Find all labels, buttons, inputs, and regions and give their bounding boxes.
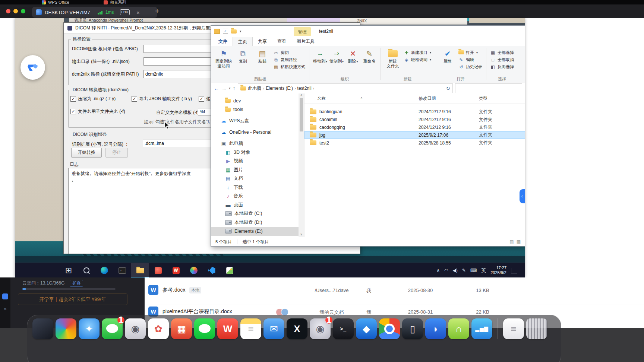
scroll-down-icon[interactable]: ∨ [300,233,303,236]
tab-file[interactable]: 文件 [213,37,233,46]
edit-button[interactable]: ✎ 编辑 [457,56,483,63]
move-to-button[interactable]: → 移动到▾ [312,48,328,64]
dock-wechat[interactable] [194,318,215,339]
wps-rail-app-icon[interactable] [2,293,8,299]
nav-scrollbar[interactable]: ∧ ∨ [299,93,304,237]
sidebar-item-pictures[interactable]: ▦图片 [211,166,304,175]
breadcrumb-item[interactable]: 此电脑 [247,85,263,92]
taskbar-file-explorer-button[interactable] [131,263,149,277]
dock-todesk[interactable]: ◗ [425,318,446,339]
todesk-floating-logo[interactable] [20,55,45,80]
breadcrumb-item[interactable]: test2nii [296,86,313,91]
new-folder-button[interactable]: 新建 文件夹 [383,48,402,68]
remote-session-tab[interactable]: DESKTOP-VEH7IM7 1ms FHD × [32,7,157,18]
dock-safari[interactable]: ✦ [79,318,100,339]
file-row-banlingjuan[interactable]: banlingjuan2024/12/12 9:16文件夹 [304,108,525,116]
dock-notes[interactable]: ≡ [240,318,261,339]
network-icon[interactable]: ◠ [444,268,448,273]
file-row-test2[interactable]: test22025/8/28 18:55文件夹 [304,139,525,147]
sidebar-item-dev[interactable]: dev [211,96,304,105]
dock-iphone[interactable]: ▯ [402,318,423,339]
dock-terminal[interactable]: >_ [333,318,354,339]
open-button[interactable]: 打开 ▾ [457,49,483,56]
column-type[interactable]: 类型 [479,96,525,101]
sidebar-item-music[interactable]: ♪音乐 [211,192,304,201]
copy-button[interactable]: ⧉ 复制 [233,48,253,64]
sidebar-item-downloads[interactable]: ↓下载 [211,183,304,192]
stop-button[interactable]: 停止 [105,148,128,158]
qat-properties-icon[interactable]: ✓ [223,29,228,34]
search-input[interactable] [455,83,522,93]
paste-button[interactable]: ▤ 粘贴 [253,48,272,64]
cut-button[interactable]: ✂ 剪切 [272,49,306,56]
dock-messages[interactable]: 1 [102,318,123,339]
close-tab-icon[interactable]: × [136,9,140,16]
pin-quick-access-button[interactable]: ⚑ 固定到快 速访问 [214,48,233,68]
tab-picture-tools[interactable]: 图片工具 [291,37,320,46]
taskbar-clock[interactable]: 17:27 2025/9/2 [490,266,506,275]
start-convert-button[interactable]: 开始转换 [71,148,102,158]
breadcrumb-item[interactable]: Elements (E:) [264,86,294,91]
file-row-caoaimin[interactable]: caoaimin2024/12/12 9:16文件夹 [304,116,525,124]
select-none-button[interactable]: □ 全部取消 [489,56,515,63]
sidebar-item-disk-c[interactable]: 本地磁盘 (C:) [211,209,304,218]
sidebar-item-documents[interactable]: ▤文档 [211,174,304,183]
taskbar-remote-app-button[interactable] [149,263,167,277]
qat-customize-chevron-icon[interactable]: ▾ [240,29,242,33]
copy-to-button[interactable]: ⇒ 复制到▾ [328,48,345,64]
sidebar-item-desktop[interactable]: ▬桌面 [211,201,304,210]
back-button[interactable]: ← [214,85,219,91]
hidden-icons-chevron-icon[interactable]: ∧ [436,268,440,273]
dock-android[interactable]: ∩ [448,318,469,339]
taskbar-vscode-button[interactable] [203,263,221,277]
explorer-titlebar[interactable]: ✓ ▾ 管理 test2nii [211,26,525,37]
minimize-window-button[interactable] [13,9,18,13]
invert-selection-button[interactable]: ◧ 反向选择 [489,63,515,70]
column-name[interactable]: 名称∧ [304,96,419,101]
sidebar-item-this-pc[interactable]: ▣此电脑 [211,139,304,148]
sidebar-item-onedrive[interactable]: ☁OneDrive - Personal [211,128,304,137]
properties-button[interactable]: ✔ 属性 [438,48,457,64]
address-box[interactable]: 此电脑›Elements (E:)›test2nii› ↻ [238,83,453,93]
dock-keynote[interactable]: ▦ [171,318,192,339]
dock-photos[interactable]: ✿ [148,318,169,339]
dock-chrome[interactable] [379,318,400,339]
compress-checkbox[interactable]: ✓ 压缩为 .nii.gz (-z y) [70,96,116,102]
volume-icon[interactable]: ◀) [453,268,458,273]
sidebar-item-tools[interactable]: tools [211,105,304,114]
background-tab-other[interactable]: 相克系列 [104,0,126,4]
subfolder-name-checkbox[interactable]: ✓ 文件名用子文件夹名 (-f) [70,108,125,115]
scroll-thumb[interactable] [300,98,303,131]
dock-textedit[interactable]: ≡ [503,318,524,339]
taskbar-start-button[interactable]: ⊞ [60,263,78,277]
expand-storage-button[interactable]: 扩容 [70,280,83,287]
taskbar-edge-button[interactable] [95,263,113,277]
taskbar-wps-button[interactable]: W [167,263,185,277]
refresh-icon[interactable]: ↻ [446,86,450,91]
pen-icon[interactable]: ✎ [462,268,466,273]
new-tab-button[interactable]: + [155,7,160,15]
scroll-up-icon[interactable]: ∧ [300,93,303,97]
paste-shortcut-button[interactable]: ▤ 粘贴快捷方式 [272,63,306,70]
sidebar-item-elements-e[interactable]: Elements (E:) [211,227,304,236]
action-center-icon[interactable] [511,268,517,273]
dock-wps-office[interactable]: W [217,318,238,339]
file-row-caodongqing[interactable]: caodongqing2024/12/12 9:16文件夹 [304,124,525,131]
touch-keyboard-icon[interactable]: ⌨ [470,268,477,273]
rename-button[interactable]: ✎ 重命名 [361,48,378,64]
taskbar-search-button[interactable] [78,263,95,277]
file-row-jpg[interactable]: jpg2025/9/2 17:06文件夹 [304,131,525,139]
todesk-sidebar-handle[interactable]: ‹ [520,189,525,203]
background-tab-wps[interactable]: WPS Office [42,0,69,4]
forward-button[interactable]: → [221,85,227,91]
close-window-button[interactable] [6,9,10,13]
tab-home[interactable]: 主页 [233,37,253,46]
dock-camera[interactable]: ◉ [125,318,146,339]
taskbar-media-app-button[interactable] [185,263,203,277]
taskbar-photos-button[interactable] [221,263,239,277]
tab-view[interactable]: 查看 [272,37,291,46]
delete-button[interactable]: ✕ 删除▾ [345,48,361,64]
easy-access-button[interactable]: ◈ 轻松访问 ▾ [402,56,432,63]
wps-file-row[interactable]: W参考.docx本地/Users...71dave我2025-08-3013 K… [145,283,644,298]
copy-path-button[interactable]: ⧉ 复制路径 [272,56,306,63]
